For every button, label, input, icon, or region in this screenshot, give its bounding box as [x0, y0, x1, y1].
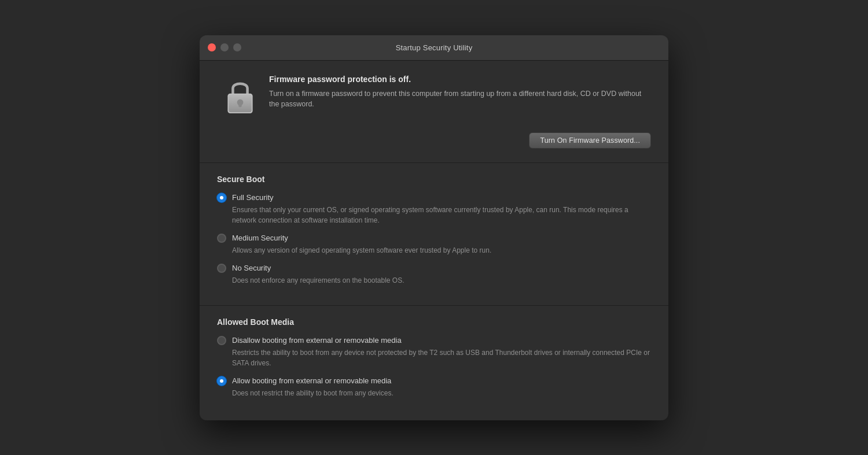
full-security-radio[interactable]	[217, 193, 226, 202]
disallow-label: Disallow booting from external or remova…	[232, 336, 402, 345]
medium-security-radio[interactable]	[217, 234, 226, 243]
no-security-label: No Security	[232, 264, 271, 272]
firmware-section: Firmware password protection is off. Tur…	[200, 61, 668, 132]
full-security-label-row: Full Security	[217, 193, 651, 202]
traffic-lights	[208, 43, 241, 51]
secure-boot-option-none: No Security Does not enforce any require…	[217, 264, 651, 286]
firmware-description: Turn on a firmware password to prevent t…	[269, 88, 651, 110]
allowed-boot-title: Allowed Boot Media	[217, 317, 651, 327]
firmware-button-row: Turn On Firmware Password...	[200, 132, 668, 162]
medium-security-label: Medium Security	[232, 234, 288, 242]
disallow-desc: Restricts the ability to boot from any d…	[232, 347, 651, 368]
startup-security-utility-window: Startup Security Utility	[200, 35, 668, 420]
svg-rect-3	[238, 102, 241, 107]
full-security-desc: Ensures that only your current OS, or si…	[232, 205, 651, 225]
secure-boot-section: Secure Boot Full Security Ensures that o…	[200, 163, 668, 305]
window-content: Firmware password protection is off. Tur…	[200, 61, 668, 420]
firmware-text-block: Firmware password protection is off. Tur…	[263, 75, 651, 110]
allow-label-row: Allow booting from external or removable…	[217, 376, 651, 386]
firmware-title: Firmware password protection is off.	[269, 75, 651, 84]
no-security-desc: Does not enforce any requirements on the…	[232, 275, 651, 286]
allow-label: Allow booting from external or removable…	[232, 376, 391, 385]
titlebar: Startup Security Utility	[200, 35, 668, 61]
medium-security-label-row: Medium Security	[217, 234, 651, 243]
disallow-label-row: Disallow booting from external or remova…	[217, 336, 651, 345]
minimize-button[interactable]	[220, 43, 229, 51]
medium-security-desc: Allows any version of signed operating s…	[232, 245, 651, 256]
lock-icon	[217, 77, 263, 119]
no-security-radio[interactable]	[217, 264, 226, 273]
secure-boot-option-medium: Medium Security Allows any version of si…	[217, 234, 651, 256]
secure-boot-title: Secure Boot	[217, 175, 651, 184]
disallow-radio[interactable]	[217, 336, 226, 345]
close-button[interactable]	[208, 43, 216, 51]
full-security-label: Full Security	[232, 193, 274, 202]
maximize-button[interactable]	[233, 43, 241, 51]
allow-radio[interactable]	[217, 376, 226, 386]
no-security-label-row: No Security	[217, 264, 651, 273]
secure-boot-option-full: Full Security Ensures that only your cur…	[217, 193, 651, 225]
window-title: Startup Security Utility	[396, 43, 473, 52]
firmware-password-button[interactable]: Turn On Firmware Password...	[529, 132, 651, 149]
boot-media-option-allow: Allow booting from external or removable…	[217, 376, 651, 398]
allow-desc: Does not restrict the ability to boot fr…	[232, 388, 651, 398]
allowed-boot-section: Allowed Boot Media Disallow booting from…	[200, 305, 668, 420]
boot-media-option-disallow: Disallow booting from external or remova…	[217, 336, 651, 368]
